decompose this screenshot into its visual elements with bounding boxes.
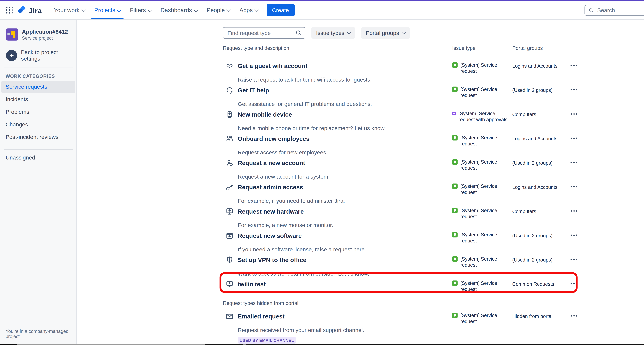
row-more-button[interactable] xyxy=(566,135,577,139)
issue-type-label: [System] Service request xyxy=(460,62,510,74)
project-avatar xyxy=(6,28,18,40)
portal-group-cell: Computers xyxy=(512,208,566,214)
nav-item-label: People xyxy=(206,7,225,14)
portal-groups-filter[interactable]: Portal groups xyxy=(361,27,410,39)
nav-item-apps[interactable]: Apps xyxy=(235,2,263,19)
global-search[interactable] xyxy=(584,5,644,16)
row-more-button[interactable] xyxy=(566,86,577,90)
service-request-icon xyxy=(452,183,458,189)
nav-item-label: Filters xyxy=(130,7,146,14)
request-type-title[interactable]: Request admin access xyxy=(238,183,452,191)
issue-type-label: [System] Service request xyxy=(460,183,510,195)
jira-logo[interactable]: Jira xyxy=(17,6,42,15)
people-icon xyxy=(226,135,234,143)
table-row: Get a guest wifi account [System] Servic… xyxy=(223,59,577,84)
create-button[interactable]: Create xyxy=(266,4,294,16)
request-type-title[interactable]: Get a guest wifi account xyxy=(238,62,452,70)
chevron-down-icon xyxy=(81,8,86,12)
column-issue-type: Issue type xyxy=(452,45,512,51)
find-request-type-input[interactable] xyxy=(226,29,296,36)
service-request-icon xyxy=(452,86,458,92)
row-more-button[interactable] xyxy=(566,62,577,66)
request-type-description: Need a mobile phone or time for replacem… xyxy=(238,125,577,132)
nav-item-dashboards[interactable]: Dashboards xyxy=(156,2,202,19)
sidebar-item-changes[interactable]: Changes xyxy=(2,118,75,131)
issue-type-label: [System] Service request xyxy=(460,256,510,268)
request-type-title[interactable]: Emailed request xyxy=(238,312,452,320)
request-type-title[interactable]: Request a new account xyxy=(238,159,452,167)
issue-type-label: [System] Service request xyxy=(460,312,510,324)
request-type-title[interactable]: Get IT help xyxy=(238,86,452,94)
sidebar-item-post-incident-reviews[interactable]: Post-incident reviews xyxy=(2,131,75,144)
request-type-title[interactable]: Request new hardware xyxy=(238,208,452,216)
find-request-type-field[interactable] xyxy=(223,27,306,39)
top-navigation: Jira Your work Projects Filters Dashboa xyxy=(0,2,644,20)
table-row: Request a new account [System] Service r… xyxy=(223,156,577,180)
table-row: Get IT help [System] Service request (Us… xyxy=(223,84,577,108)
request-type-title[interactable]: twilio test xyxy=(238,280,452,288)
global-search-input[interactable] xyxy=(596,6,644,14)
service-request-icon xyxy=(452,280,458,286)
issue-type-label: [System] Service request xyxy=(460,280,510,292)
request-types-panel: Issue types Portal groups Request type a… xyxy=(77,20,644,344)
request-type-title[interactable]: Set up VPN to the office xyxy=(238,256,452,264)
issue-type-cell: [System] Service request xyxy=(452,159,512,171)
issue-type-cell: [System] Service request xyxy=(452,135,512,147)
sidebar-item-incidents[interactable]: Incidents xyxy=(2,93,75,106)
table-row: Emailed request [System] Service request… xyxy=(223,310,577,344)
project-sidebar: Application#8412 Service project Back to… xyxy=(0,20,77,344)
row-more-button[interactable] xyxy=(566,312,577,317)
screenshot-root: Jira Your work Projects Filters Dashboa xyxy=(0,0,644,345)
back-arrow-icon xyxy=(6,50,17,61)
row-more-button[interactable] xyxy=(566,232,577,236)
jira-logo-text: Jira xyxy=(29,6,42,14)
issue-type-cell: [System] Service request xyxy=(452,183,512,195)
hidden-from-portal-section-label: Request types hidden from portal xyxy=(223,300,577,306)
column-portal-groups: Portal groups xyxy=(512,45,577,51)
project-meta: Application#8412 Service project xyxy=(22,28,68,40)
request-type-title[interactable]: Onboard new employees xyxy=(238,135,452,143)
row-more-button[interactable] xyxy=(566,280,577,284)
row-more-button[interactable] xyxy=(566,208,577,212)
app-switcher-icon[interactable] xyxy=(6,7,13,14)
request-type-description: Request access for new employees. xyxy=(238,149,577,156)
request-type-title[interactable]: New mobile device xyxy=(238,110,452,118)
table-row: Request new software [System] Service re… xyxy=(223,229,577,253)
nav-item-people[interactable]: People xyxy=(202,2,235,19)
issue-type-label: [System] Service request xyxy=(460,135,510,147)
request-type-description: For example, if you need to administer J… xyxy=(238,198,577,204)
issue-type-label: [System] Service request xyxy=(460,159,510,171)
search-icon xyxy=(296,30,302,36)
request-type-title[interactable]: Request new software xyxy=(238,232,452,240)
service-request-icon xyxy=(452,312,458,318)
nav-item-filters[interactable]: Filters xyxy=(125,2,156,19)
issue-types-filter[interactable]: Issue types xyxy=(311,27,355,39)
table-row: Set up VPN to the office [System] Servic… xyxy=(223,253,577,277)
sidebar-item-problems[interactable]: Problems xyxy=(2,106,75,118)
nav-item-your-work[interactable]: Your work xyxy=(49,2,90,19)
jira-window: Jira Your work Projects Filters Dashboa xyxy=(0,0,644,345)
nav-item-projects[interactable]: Projects xyxy=(90,2,125,19)
issue-type-label: [System] Service request xyxy=(460,86,510,98)
row-more-button[interactable] xyxy=(566,183,577,188)
table-row-highlighted: twilio test [System] Service request Com… xyxy=(223,277,577,298)
person-add-icon xyxy=(226,159,234,167)
service-request-icon xyxy=(452,135,458,141)
work-categories-heading: WORK CATEGORIES xyxy=(6,74,76,79)
service-request-with-approvals-icon xyxy=(452,110,456,116)
taskbar-edge-strip xyxy=(0,344,644,345)
portal-group-cell: (Used in 2 groups) xyxy=(512,256,566,263)
request-type-description: Request a new account for a system. xyxy=(238,174,577,180)
back-to-project-settings[interactable]: Back to project settings xyxy=(6,49,76,62)
issue-types-filter-label: Issue types xyxy=(316,30,344,36)
service-request-icon xyxy=(452,159,458,165)
row-more-button[interactable] xyxy=(566,110,577,115)
sidebar-item-unassigned[interactable]: Unassigned xyxy=(2,152,75,164)
row-more-button[interactable] xyxy=(566,159,577,163)
used-by-email-channel-badge: USED BY EMAIL CHANNEL xyxy=(238,337,296,344)
portal-group-cell: Logins and Accounts xyxy=(512,135,566,142)
shield-icon xyxy=(226,256,234,264)
row-more-button[interactable] xyxy=(566,256,577,260)
nav-item-label: Apps xyxy=(240,7,253,14)
sidebar-item-service-requests[interactable]: Service requests xyxy=(2,81,75,93)
